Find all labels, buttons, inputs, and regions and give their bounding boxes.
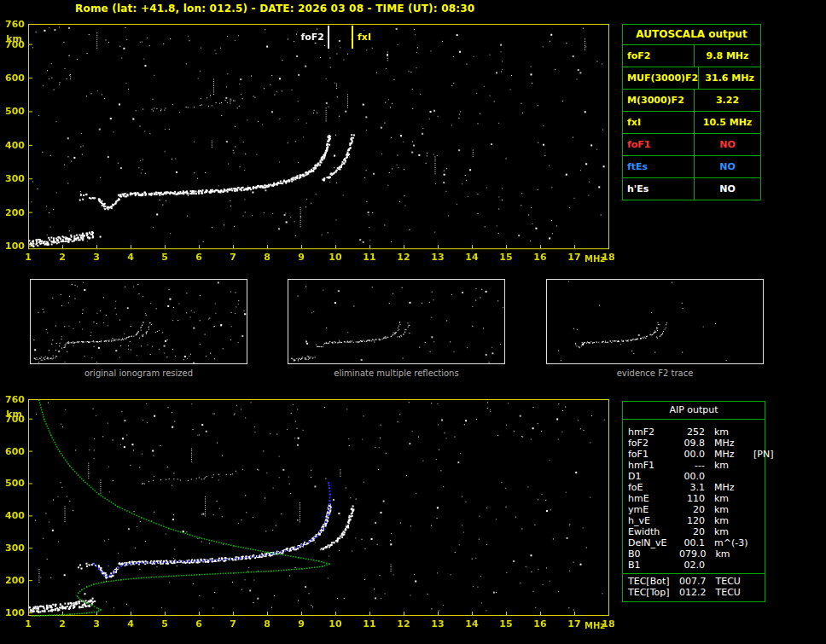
autoscala-table-body: foF29.8 MHzMUF(3000)F231.6 MHzM(3000)F23… [623, 45, 760, 200]
thumbnail-caption-eliminate: eliminate multiple reflections [288, 368, 505, 378]
aip-unit: km [705, 426, 753, 438]
table-row: MUF(3000)F231.6 MHz [623, 67, 760, 90]
aip-note [753, 426, 765, 438]
aip-name: TEC[Bot] [623, 576, 679, 587]
table-row: B102.0 [623, 560, 765, 571]
table-row: DelN_vE00.1m^(-3) [623, 537, 765, 548]
aip-output-table: AIP output hmF2252kmfoF209.8MHzfoF100.0M… [622, 401, 765, 602]
table-row: TEC[Top]012.2TECU [623, 587, 765, 598]
aip-note [753, 471, 765, 482]
parameter-label: ftEs [623, 156, 695, 177]
thumbnail-original-ionogram: original ionogram resized [30, 279, 247, 378]
table-row: M(3000)F23.22 [623, 90, 760, 112]
parameter-value: 31.6 MHz [699, 67, 760, 89]
aip-val: 079.0 [679, 548, 707, 560]
aip-note [753, 560, 765, 571]
table-row: h_vE120km [623, 515, 765, 526]
table-row: hmF1---km [623, 460, 765, 471]
aip-note: [PN] [753, 449, 773, 460]
table-row: h'EsNO [623, 178, 760, 200]
table-row: TEC[Bot]007.7TECU [623, 576, 765, 587]
aip-note [753, 526, 765, 537]
parameter-value: 10.5 MHz [695, 112, 760, 133]
aip-note [753, 515, 765, 526]
aip-name: foF1 [623, 449, 679, 460]
table-row: foE3.1MHz [623, 482, 765, 493]
aip-unit: TECU [707, 576, 755, 587]
aip-note [755, 576, 765, 587]
aip-val: 09.8 [679, 438, 705, 449]
aip-name: DelN_vE [623, 537, 679, 548]
aip-unit: km [705, 504, 753, 515]
aip-val: 012.2 [679, 587, 707, 598]
parameter-label: foF1 [623, 134, 695, 155]
aip-val: 110 [679, 493, 705, 504]
table-row: B0079.0km [623, 548, 765, 560]
aip-val: 20 [679, 504, 705, 515]
parameter-label: fxI [623, 112, 695, 133]
aip-unit: km [705, 515, 753, 526]
aip-note [753, 460, 765, 471]
parameter-value: NO [695, 156, 760, 177]
aip-val: 120 [679, 515, 705, 526]
aip-val: 00.1 [679, 537, 705, 548]
aip-val: 00.0 [679, 449, 705, 460]
aip-note [753, 537, 765, 548]
aip-unit: km [705, 493, 753, 504]
aip-unit: MHz [705, 449, 753, 460]
aip-name: hmF2 [623, 426, 679, 438]
thumbnail-evidence-f2: evidence F2 trace [546, 279, 764, 378]
table-row: foF1NO [623, 134, 760, 156]
aip-name: hmE [623, 493, 679, 504]
aip-unit [705, 471, 753, 482]
table-row: fxI10.5 MHz [623, 112, 760, 134]
aip-val: 252 [679, 426, 705, 438]
table-row: hmF2252km [623, 426, 765, 438]
table-row: foF29.8 MHz [623, 45, 760, 67]
autoscala-screen: Rome (lat: +41.8, lon: 012.5) - DATE: 20… [0, 0, 826, 644]
aip-val: 007.7 [679, 576, 707, 587]
aip-name: foE [623, 482, 679, 493]
aip-name: B0 [623, 548, 679, 560]
aip-unit: km [705, 526, 753, 537]
parameter-label: foF2 [623, 45, 695, 67]
aip-name: foF2 [623, 438, 679, 449]
thumbnail-caption-original: original ionogram resized [30, 368, 247, 378]
aip-table-tec-rows: TEC[Bot]007.7TECUTEC[Top]012.2TECU [623, 574, 765, 601]
aip-note [755, 587, 765, 598]
table-row: D100.0 [623, 471, 765, 482]
aip-val: 20 [679, 526, 705, 537]
parameter-label: h'Es [623, 178, 695, 200]
thumbnail-original-canvas [30, 279, 247, 364]
table-row: ymE20km [623, 504, 765, 515]
autoscala-table-header: AUTOSCALA output [623, 25, 760, 45]
aip-val: 3.1 [679, 482, 705, 493]
ionogram-top-canvas [0, 14, 619, 270]
aip-name: hmF1 [623, 460, 679, 471]
table-row: foF100.0MHz[PN] [623, 449, 765, 460]
aip-note [753, 438, 765, 449]
aip-unit: m^(-3) [705, 537, 753, 548]
aip-unit: TECU [707, 587, 755, 598]
aip-val: 00.0 [679, 471, 705, 482]
table-row: foF209.8MHz [623, 438, 765, 449]
table-row: Ewidth20km [623, 526, 765, 537]
thumbnail-evidence-canvas [546, 279, 764, 364]
aip-table-header: AIP output [623, 402, 765, 420]
parameter-label: M(3000)F2 [623, 90, 695, 111]
table-row: ftEsNO [623, 156, 760, 178]
aip-name: B1 [623, 560, 679, 571]
aip-note [755, 548, 765, 560]
page-title: Rome (lat: +41.8, lon: 012.5) - DATE: 20… [75, 3, 474, 15]
aip-name: ymE [623, 504, 679, 515]
aip-note [753, 482, 765, 493]
parameter-value: 3.22 [695, 90, 760, 111]
ionogram-bottom-canvas [0, 388, 619, 644]
thumbnail-caption-evidence: evidence F2 trace [546, 368, 764, 378]
aip-name: Ewidth [623, 526, 679, 537]
aip-note [753, 493, 765, 504]
parameter-value: 9.8 MHz [695, 45, 760, 67]
thumbnail-eliminate-canvas [288, 279, 505, 364]
parameter-value: NO [695, 178, 760, 200]
aip-name: TEC[Top] [623, 587, 679, 598]
